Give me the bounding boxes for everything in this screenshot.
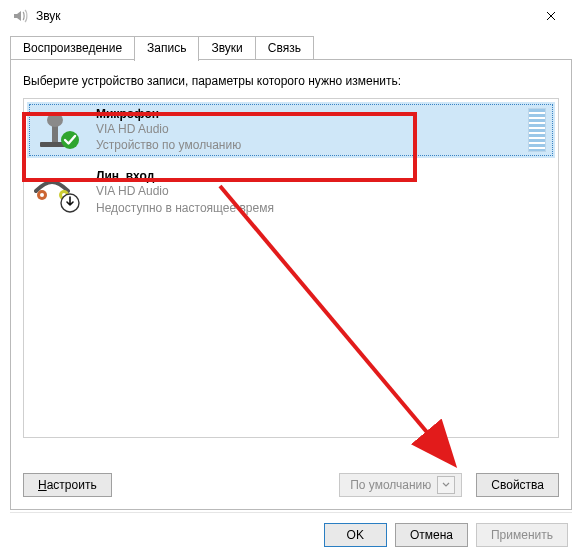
tabstrip: Воспроизведение Запись Звуки Связь [0,32,582,60]
instruction-text: Выберите устройство записи, параметры ко… [23,74,559,88]
tab-playback[interactable]: Воспроизведение [10,36,135,60]
device-name: Микрофон [96,107,514,121]
configure-button[interactable]: Настроить [23,473,112,497]
device-row[interactable]: Лин. вход VIA HD Audio Недоступно в наст… [24,161,558,223]
tab-sounds[interactable]: Звуки [198,36,255,60]
tab-buttons: Настроить По умолчанию Свойства [23,473,559,497]
properties-button[interactable]: Свойства [476,473,559,497]
tab-page-recording: Выберите устройство записи, параметры ко… [10,60,572,510]
separator [10,512,572,513]
tab-communications[interactable]: Связь [255,36,314,60]
tab-recording[interactable]: Запись [134,36,199,61]
svg-point-6 [40,193,44,197]
default-dropdown[interactable]: По умолчанию [339,473,462,497]
microphone-icon [34,110,82,150]
device-driver: VIA HD Audio [96,121,514,137]
close-button[interactable] [528,0,574,32]
ok-button[interactable]: OK [324,523,387,547]
dialog-buttons: OK Отмена Применить [0,523,582,547]
chevron-down-icon[interactable] [437,476,455,494]
cancel-button[interactable]: Отмена [395,523,468,547]
close-icon [546,11,556,21]
device-list[interactable]: Микрофон VIA HD Audio Устройство по умол… [23,98,559,438]
titlebar: Звук [0,0,582,32]
line-in-icon [34,173,82,213]
device-name: Лин. вход [96,169,548,183]
default-dropdown-label: По умолчанию [350,478,431,492]
device-status: Устройство по умолчанию [96,137,514,153]
window-title: Звук [36,9,61,23]
svg-point-2 [47,113,63,127]
device-status: Недоступно в настоящее время [96,200,548,216]
apply-button: Применить [476,523,568,547]
level-meter [528,108,546,152]
device-driver: VIA HD Audio [96,183,548,199]
sound-icon [12,8,28,24]
device-row[interactable]: Микрофон VIA HD Audio Устройство по умол… [27,102,555,158]
